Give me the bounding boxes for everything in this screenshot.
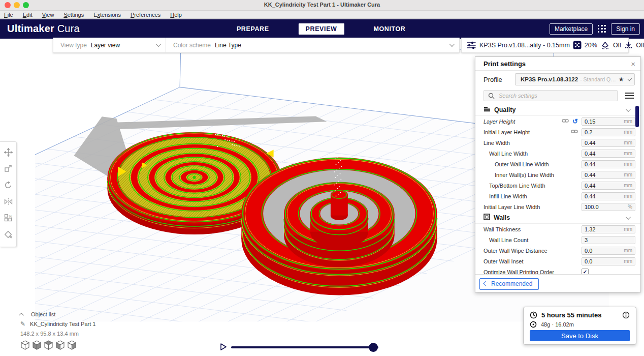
iso-view-button[interactable]: [20, 341, 30, 350]
setting-label: Wall Thickness: [484, 226, 521, 232]
link-icon[interactable]: [571, 129, 578, 136]
play-button[interactable]: [220, 343, 227, 351]
per-model-settings-tool-button[interactable]: %: [3, 213, 14, 224]
setting-unit: mm: [624, 226, 632, 232]
brand-light: Cura: [57, 23, 80, 34]
setting-unit: mm: [624, 248, 632, 253]
menu-item-edit[interactable]: Edit: [23, 12, 33, 18]
front-view-button[interactable]: [32, 341, 42, 350]
view-options-bar: View type Layer view Color scheme Line T…: [53, 38, 460, 53]
setting-value-field[interactable]: 0.44mm: [582, 192, 635, 200]
setting-value-field[interactable]: 0.44mm: [582, 160, 635, 168]
right-view-button[interactable]: [67, 341, 77, 350]
top-view-button[interactable]: [44, 341, 53, 350]
object-list-toggle[interactable]: Object list: [20, 311, 95, 317]
setting-value-field[interactable]: 0.2mm: [582, 128, 635, 136]
color-scheme-dropdown[interactable]: Color scheme Line Type: [166, 38, 459, 52]
scrollbar[interactable]: [635, 106, 639, 127]
setting-label: Wall Line Width: [489, 151, 528, 157]
star-icon[interactable]: ★: [619, 76, 624, 83]
material-estimate: 48g · 16.02m: [541, 321, 574, 328]
menu-bar: FileEditViewSettingsExtensionsPreference…: [0, 11, 644, 19]
category-title: Quality: [494, 106, 516, 113]
right-view-icon: [67, 340, 77, 351]
search-input[interactable]: [498, 92, 606, 99]
setting-value-field[interactable]: 100.0%: [582, 203, 635, 211]
setting-value-field[interactable]: 0.44mm: [582, 171, 635, 179]
chevron-down-icon: [449, 42, 455, 47]
setting-label: Outer Wall Inset: [484, 258, 523, 264]
setting-label: Outer Wall Wipe Distance: [484, 248, 548, 254]
profile-label: Profile: [484, 76, 502, 83]
setting-row: Layer Height↺0.15mm: [475, 116, 640, 127]
setting-checkbox[interactable]: ✓: [582, 269, 589, 275]
print-settings-panel: Print settings × Profile KP3S Pro.v1.08.…: [475, 56, 641, 292]
tab-preview[interactable]: PREVIEW: [299, 23, 344, 35]
apps-grid-icon[interactable]: [598, 25, 606, 33]
recommended-mode-button[interactable]: Recommended: [479, 278, 539, 290]
app-logo: Ultimaker Cura: [7, 23, 80, 35]
per-model-settings-icon: %: [4, 214, 12, 224]
edit-icon: ✎: [20, 320, 25, 328]
layer-slider[interactable]: [231, 346, 378, 348]
settings-menu-icon[interactable]: [624, 92, 635, 100]
link-icon[interactable]: [562, 118, 569, 125]
object-list-item[interactable]: ✎ KK_Cylindricity Test Part 1: [20, 320, 95, 328]
setting-label: Line Width: [484, 140, 510, 146]
setting-value-field[interactable]: 1.32mm: [582, 225, 635, 233]
mirror-tool-button[interactable]: [3, 197, 14, 208]
profile-dropdown[interactable]: KP3S Pro.v1.08.3122 - Standard Quality -…: [515, 73, 635, 85]
support-icon: [600, 41, 610, 50]
menu-item-extensions[interactable]: Extensions: [93, 12, 121, 18]
menu-item-preferences[interactable]: Preferences: [131, 12, 160, 18]
settings-search[interactable]: [484, 90, 618, 101]
setting-value: 0.44: [585, 161, 595, 167]
brand-bold: Ultimaker: [7, 23, 54, 34]
menu-item-help[interactable]: Help: [170, 12, 182, 18]
setting-value-field[interactable]: 3: [582, 236, 635, 244]
color-scheme-value: Line Type: [215, 42, 241, 49]
layer-slider-handle[interactable]: [369, 343, 378, 352]
category-walls[interactable]: Walls: [475, 212, 640, 224]
setting-unit: mm: [624, 151, 632, 156]
menu-item-settings[interactable]: Settings: [63, 12, 84, 18]
setting-label: Optimize Wall Printing Order: [484, 269, 554, 275]
svg-text:%: %: [9, 214, 12, 219]
tab-monitor[interactable]: MONITOR: [366, 23, 412, 35]
setting-value-field[interactable]: 0.44mm: [582, 139, 635, 147]
setting-row: Infill Line Width0.44mm: [475, 191, 640, 201]
setting-value-field[interactable]: 0.0mm: [582, 257, 635, 265]
setting-row: Outer Wall Wipe Distance0.0mm: [475, 245, 640, 256]
setting-value-field[interactable]: 0.44mm: [582, 182, 635, 190]
support-value: Off: [613, 42, 621, 49]
rotate-tool-button[interactable]: [3, 181, 14, 192]
iso-view-icon: [20, 340, 30, 351]
setting-row: Outer Wall Inset0.0mm: [475, 256, 640, 266]
move-tool-button[interactable]: [3, 147, 14, 159]
menu-item-view[interactable]: View: [42, 12, 54, 18]
left-view-button[interactable]: [55, 341, 65, 350]
category-quality[interactable]: Quality: [475, 104, 640, 116]
profile-suffix: - Standard Quality - 0.1mm: [580, 76, 618, 82]
setting-row: Outer Wall Line Width0.44mm: [475, 159, 640, 169]
setting-value-field[interactable]: 0.44mm: [582, 150, 635, 158]
save-to-disk-button[interactable]: Save to Disk: [530, 330, 630, 341]
support-blocker-tool-button[interactable]: [3, 230, 14, 241]
scale-tool-button[interactable]: [3, 164, 14, 175]
marketplace-button[interactable]: Marketplace: [550, 23, 593, 35]
top-view-icon: [44, 340, 53, 351]
setting-value: 0.15: [585, 118, 595, 125]
view-type-value: Layer view: [91, 42, 120, 49]
menu-item-file[interactable]: File: [4, 12, 13, 18]
tab-prepare[interactable]: PREPARE: [230, 23, 276, 35]
setting-label: Top/Bottom Line Width: [489, 183, 545, 189]
close-icon[interactable]: ×: [631, 60, 635, 68]
panel-title: Print settings: [484, 60, 526, 68]
revert-icon[interactable]: ↺: [572, 118, 578, 125]
sign-in-button[interactable]: Sign in: [611, 23, 640, 35]
info-icon[interactable]: [622, 311, 630, 319]
print-setup-summary-bar[interactable]: KP3S Pro.v1.08...ality - 0.15mm 20% Off …: [461, 38, 629, 53]
setting-value-field[interactable]: 0.0mm: [582, 247, 635, 255]
view-type-dropdown[interactable]: View type Layer view: [53, 38, 166, 52]
setting-value-field[interactable]: 0.15mm: [582, 117, 635, 126]
